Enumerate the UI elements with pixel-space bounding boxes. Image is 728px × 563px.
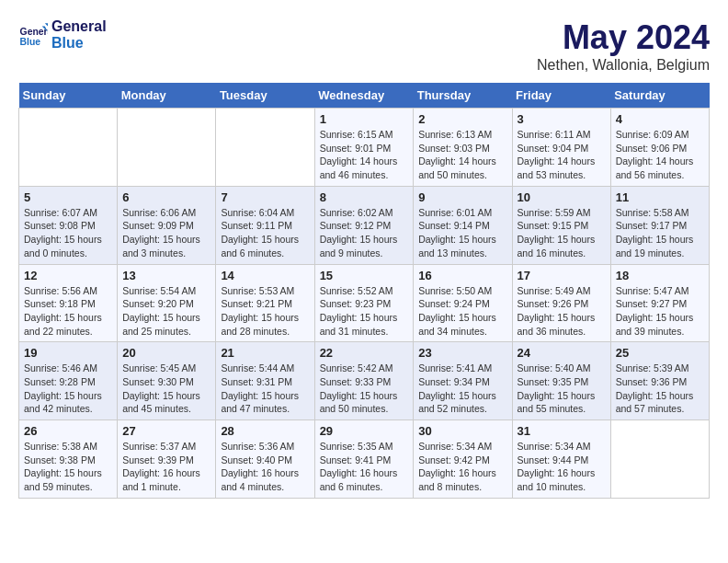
day-number: 29 xyxy=(320,424,409,438)
day-detail: Sunrise: 6:09 AM Sunset: 9:06 PM Dayligh… xyxy=(616,128,704,182)
calendar-cell: 29Sunrise: 5:35 AM Sunset: 9:41 PM Dayli… xyxy=(314,420,414,499)
day-number: 8 xyxy=(320,190,409,204)
svg-text:Blue: Blue xyxy=(20,37,41,47)
calendar-cell: 13Sunrise: 5:54 AM Sunset: 9:20 PM Dayli… xyxy=(118,264,216,342)
day-number: 20 xyxy=(122,346,210,360)
day-detail: Sunrise: 5:56 AM Sunset: 9:18 PM Dayligh… xyxy=(24,284,112,339)
calendar-cell: 25Sunrise: 5:39 AM Sunset: 9:36 PM Dayli… xyxy=(610,342,709,420)
day-number: 6 xyxy=(122,190,210,204)
day-detail: Sunrise: 5:42 AM Sunset: 9:33 PM Dayligh… xyxy=(320,362,409,416)
day-detail: Sunrise: 6:07 AM Sunset: 9:08 PM Dayligh… xyxy=(24,206,112,260)
day-detail: Sunrise: 6:13 AM Sunset: 9:03 PM Dayligh… xyxy=(418,128,506,182)
day-detail: Sunrise: 5:40 AM Sunset: 9:35 PM Dayligh… xyxy=(518,362,606,416)
calendar-cell: 27Sunrise: 5:37 AM Sunset: 9:39 PM Dayli… xyxy=(118,420,216,499)
day-detail: Sunrise: 6:11 AM Sunset: 9:04 PM Dayligh… xyxy=(518,128,606,182)
day-detail: Sunrise: 5:38 AM Sunset: 9:38 PM Dayligh… xyxy=(24,440,112,494)
calendar-cell: 3Sunrise: 6:11 AM Sunset: 9:04 PM Daylig… xyxy=(512,109,610,187)
header-row: SundayMondayTuesdayWednesdayThursdayFrid… xyxy=(19,83,710,109)
calendar-cell: 12Sunrise: 5:56 AM Sunset: 9:18 PM Dayli… xyxy=(19,264,118,342)
calendar-cell: 30Sunrise: 5:34 AM Sunset: 9:42 PM Dayli… xyxy=(414,420,512,499)
day-detail: Sunrise: 6:02 AM Sunset: 9:12 PM Dayligh… xyxy=(320,206,409,260)
day-number: 18 xyxy=(616,269,704,282)
svg-text:General: General xyxy=(20,27,48,37)
calendar-cell: 24Sunrise: 5:40 AM Sunset: 9:35 PM Dayli… xyxy=(512,342,610,420)
day-number: 19 xyxy=(24,346,112,360)
calendar-cell: 4Sunrise: 6:09 AM Sunset: 9:06 PM Daylig… xyxy=(610,109,709,187)
day-number: 21 xyxy=(221,346,309,360)
day-detail: Sunrise: 5:35 AM Sunset: 9:41 PM Dayligh… xyxy=(320,440,409,494)
calendar-cell: 23Sunrise: 5:41 AM Sunset: 9:34 PM Dayli… xyxy=(414,342,512,420)
day-number: 9 xyxy=(418,190,506,204)
calendar-cell: 20Sunrise: 5:45 AM Sunset: 9:30 PM Dayli… xyxy=(118,342,216,420)
day-number: 26 xyxy=(24,424,112,438)
logo-icon: General Blue xyxy=(18,20,48,50)
day-number: 12 xyxy=(24,269,112,282)
day-detail: Sunrise: 6:15 AM Sunset: 9:01 PM Dayligh… xyxy=(320,128,409,182)
calendar-cell: 7Sunrise: 6:04 AM Sunset: 9:11 PM Daylig… xyxy=(216,186,314,264)
calendar-cell: 8Sunrise: 6:02 AM Sunset: 9:12 PM Daylig… xyxy=(314,186,414,264)
day-number: 4 xyxy=(616,112,704,126)
day-number: 11 xyxy=(616,190,704,204)
calendar-cell: 5Sunrise: 6:07 AM Sunset: 9:08 PM Daylig… xyxy=(19,186,118,264)
day-detail: Sunrise: 6:04 AM Sunset: 9:11 PM Dayligh… xyxy=(221,206,309,260)
day-number: 3 xyxy=(518,112,606,126)
day-number: 30 xyxy=(418,424,506,438)
day-number: 2 xyxy=(418,112,506,126)
calendar-cell: 21Sunrise: 5:44 AM Sunset: 9:31 PM Dayli… xyxy=(216,342,314,420)
day-number: 14 xyxy=(221,269,309,282)
calendar-cell: 9Sunrise: 6:01 AM Sunset: 9:14 PM Daylig… xyxy=(414,186,512,264)
day-detail: Sunrise: 5:54 AM Sunset: 9:20 PM Dayligh… xyxy=(122,284,210,339)
header-tuesday: Tuesday xyxy=(216,83,314,109)
day-detail: Sunrise: 5:45 AM Sunset: 9:30 PM Dayligh… xyxy=(122,362,210,416)
header-friday: Friday xyxy=(512,83,610,109)
title-block: May 2024 Nethen, Wallonia, Belgium xyxy=(537,18,710,74)
day-detail: Sunrise: 5:47 AM Sunset: 9:27 PM Dayligh… xyxy=(616,284,704,339)
subtitle: Nethen, Wallonia, Belgium xyxy=(537,57,710,74)
day-detail: Sunrise: 5:49 AM Sunset: 9:26 PM Dayligh… xyxy=(518,284,606,339)
day-number: 22 xyxy=(320,346,409,360)
day-detail: Sunrise: 5:39 AM Sunset: 9:36 PM Dayligh… xyxy=(616,362,704,416)
calendar-cell: 19Sunrise: 5:46 AM Sunset: 9:28 PM Dayli… xyxy=(19,342,118,420)
day-number: 5 xyxy=(24,190,112,204)
day-number: 24 xyxy=(518,346,606,360)
day-detail: Sunrise: 5:37 AM Sunset: 9:39 PM Dayligh… xyxy=(122,440,210,494)
day-number: 15 xyxy=(320,269,409,282)
calendar-cell xyxy=(216,109,314,187)
header-thursday: Thursday xyxy=(414,83,512,109)
day-number: 25 xyxy=(616,346,704,360)
day-detail: Sunrise: 5:52 AM Sunset: 9:23 PM Dayligh… xyxy=(320,284,409,339)
logo: General Blue General Blue xyxy=(18,18,107,52)
day-number: 23 xyxy=(418,346,506,360)
calendar-cell: 10Sunrise: 5:59 AM Sunset: 9:15 PM Dayli… xyxy=(512,186,610,264)
week-row-4: 19Sunrise: 5:46 AM Sunset: 9:28 PM Dayli… xyxy=(19,342,710,420)
calendar-cell: 1Sunrise: 6:15 AM Sunset: 9:01 PM Daylig… xyxy=(314,109,414,187)
week-row-3: 12Sunrise: 5:56 AM Sunset: 9:18 PM Dayli… xyxy=(19,264,710,342)
header-wednesday: Wednesday xyxy=(314,83,414,109)
week-row-5: 26Sunrise: 5:38 AM Sunset: 9:38 PM Dayli… xyxy=(19,420,710,499)
day-number: 16 xyxy=(418,269,506,282)
day-number: 28 xyxy=(221,424,309,438)
day-detail: Sunrise: 5:58 AM Sunset: 9:17 PM Dayligh… xyxy=(616,206,704,260)
calendar-cell: 6Sunrise: 6:06 AM Sunset: 9:09 PM Daylig… xyxy=(118,186,216,264)
header-sunday: Sunday xyxy=(19,83,118,109)
day-number: 27 xyxy=(122,424,210,438)
day-detail: Sunrise: 5:53 AM Sunset: 9:21 PM Dayligh… xyxy=(221,284,309,339)
day-number: 17 xyxy=(518,269,606,282)
day-detail: Sunrise: 5:44 AM Sunset: 9:31 PM Dayligh… xyxy=(221,362,309,416)
calendar-cell: 17Sunrise: 5:49 AM Sunset: 9:26 PM Dayli… xyxy=(512,264,610,342)
day-detail: Sunrise: 5:59 AM Sunset: 9:15 PM Dayligh… xyxy=(518,206,606,260)
day-number: 13 xyxy=(122,269,210,282)
calendar-table: SundayMondayTuesdayWednesdayThursdayFrid… xyxy=(18,83,710,499)
calendar-cell: 14Sunrise: 5:53 AM Sunset: 9:21 PM Dayli… xyxy=(216,264,314,342)
day-detail: Sunrise: 5:34 AM Sunset: 9:42 PM Dayligh… xyxy=(418,440,506,494)
day-number: 1 xyxy=(320,112,409,126)
week-row-2: 5Sunrise: 6:07 AM Sunset: 9:08 PM Daylig… xyxy=(19,186,710,264)
calendar-cell xyxy=(118,109,216,187)
calendar-cell: 11Sunrise: 5:58 AM Sunset: 9:17 PM Dayli… xyxy=(610,186,709,264)
calendar-cell: 22Sunrise: 5:42 AM Sunset: 9:33 PM Dayli… xyxy=(314,342,414,420)
day-detail: Sunrise: 5:34 AM Sunset: 9:44 PM Dayligh… xyxy=(518,440,606,494)
header-monday: Monday xyxy=(118,83,216,109)
calendar-cell xyxy=(19,109,118,187)
logo-blue: Blue xyxy=(51,35,107,52)
day-detail: Sunrise: 5:46 AM Sunset: 9:28 PM Dayligh… xyxy=(24,362,112,416)
